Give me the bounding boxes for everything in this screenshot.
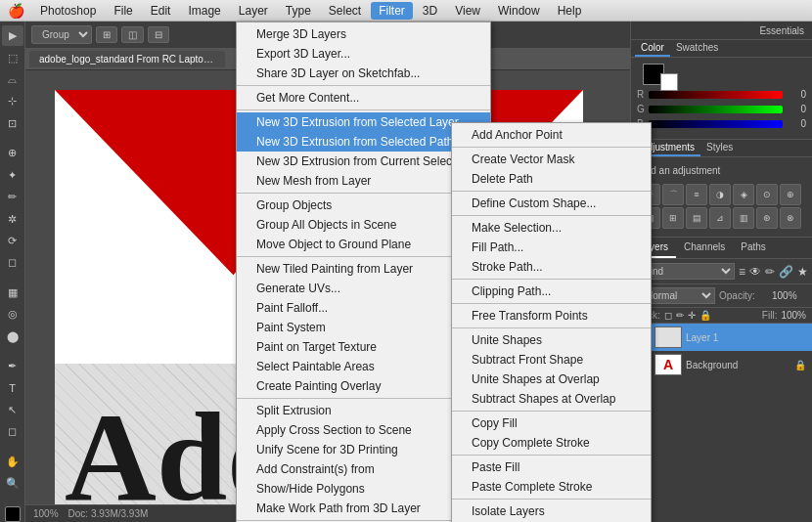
submenu-create-vector-mask[interactable]: Create Vector Mask: [452, 150, 651, 169]
vibrance-adj-icon[interactable]: ◈: [733, 184, 754, 205]
group-select[interactable]: Group: [31, 25, 92, 44]
color-balance-adj-icon[interactable]: ⊕: [780, 184, 801, 205]
submenu-delete-path[interactable]: Delete Path: [452, 169, 651, 189]
menu-help[interactable]: Help: [550, 2, 590, 20]
styles-tab[interactable]: Styles: [700, 140, 739, 156]
channels-tab[interactable]: Channels: [676, 238, 733, 258]
layer-row-1[interactable]: 👁 A Background 🔒: [631, 351, 812, 378]
threshold-adj-icon[interactable]: ⊿: [709, 207, 731, 229]
red-slider-row: R 0: [637, 89, 806, 100]
dodge-tool[interactable]: ⬤: [2, 326, 23, 346]
layer-filter-icon[interactable]: ≡: [739, 265, 745, 279]
menu-file[interactable]: File: [106, 2, 140, 20]
menu-3d[interactable]: 3D: [415, 2, 445, 20]
layer-row-0[interactable]: 👁 Layer 1: [631, 324, 812, 351]
hue-adj-icon[interactable]: ⊙: [756, 184, 778, 205]
submenu-clipping-path[interactable]: Clipping Path...: [452, 282, 651, 301]
gradient-map-adj-icon[interactable]: ▥: [733, 207, 754, 229]
essentials-label: Essentials: [759, 25, 804, 36]
brush-tool[interactable]: ✏: [2, 187, 23, 207]
eyedropper-tool[interactable]: ⊕: [2, 143, 23, 163]
selective-color-adj-icon[interactable]: ⊛: [756, 207, 778, 229]
document-tab[interactable]: adobe_logo_standard From RC Laptop.png @…: [29, 51, 225, 67]
layer-thumb-1: A: [654, 354, 682, 375]
submenu-stroke-path[interactable]: Stroke Path...: [452, 257, 651, 277]
lasso-tool[interactable]: ⌓: [2, 69, 23, 90]
gradient-tool[interactable]: ▦: [2, 283, 23, 303]
green-slider[interactable]: [649, 106, 783, 113]
zoom-tool[interactable]: 🔍: [2, 473, 23, 494]
posterize-adj-icon[interactable]: ▤: [686, 207, 707, 229]
menu-type[interactable]: Type: [278, 2, 319, 20]
submenu-add-anchor-point[interactable]: Add Anchor Point: [452, 125, 651, 145]
marquee-tool[interactable]: ⬚: [2, 47, 23, 67]
lock-all-icon[interactable]: 🔒: [699, 310, 711, 321]
exposure-adj-icon[interactable]: ◑: [709, 184, 731, 205]
submenu-make-selection[interactable]: Make Selection...: [452, 218, 651, 238]
red-value: 0: [787, 89, 806, 100]
submenu-subtract-front-shape[interactable]: Subtract Front Shape: [452, 350, 651, 370]
menu-image[interactable]: Image: [180, 2, 228, 20]
submenu-unite-shapes-at-overlap[interactable]: Unite Shapes at Overlap: [452, 370, 651, 389]
color-panel-tabs: Color Swatches: [631, 40, 812, 58]
swatches-tab[interactable]: Swatches: [670, 40, 724, 57]
options-icon1[interactable]: ⊞: [96, 26, 117, 43]
submenu-paste-complete-stroke[interactable]: Paste Complete Stroke: [452, 477, 651, 497]
options-icon3[interactable]: ⊟: [148, 26, 169, 43]
menu-export-3d-layer[interactable]: Export 3D Layer...: [237, 44, 490, 64]
menu-select[interactable]: Select: [321, 2, 369, 20]
menu-window[interactable]: Window: [490, 2, 548, 20]
crop-tool[interactable]: ⊡: [2, 113, 23, 134]
menu-photoshop[interactable]: Photoshop: [32, 2, 104, 20]
channel-mixer-adj-icon[interactable]: ⊞: [662, 207, 684, 229]
zoom-display: 100%: [33, 508, 59, 519]
lock-position-icon[interactable]: ✛: [688, 310, 696, 321]
layer-star-filter-icon[interactable]: ★: [797, 265, 808, 279]
clone-tool[interactable]: ✲: [2, 208, 23, 229]
fill-value: 100%: [781, 310, 806, 321]
path-select-tool[interactable]: ↖: [2, 400, 23, 420]
menu-view[interactable]: View: [447, 2, 488, 20]
submenu-isolate-layers[interactable]: Isolate Layers: [452, 501, 651, 521]
layer-link-filter-icon[interactable]: 🔗: [779, 265, 793, 279]
submenu-copy-fill[interactable]: Copy Fill: [452, 413, 651, 433]
lock-image-icon[interactable]: ✏: [676, 310, 684, 321]
submenu-copy-complete-stroke[interactable]: Copy Complete Stroke: [452, 433, 651, 453]
layer-brush-filter-icon[interactable]: ✏: [765, 265, 775, 279]
submenu-subtract-shapes-at-overlap[interactable]: Subtract Shapes at Overlap: [452, 389, 651, 409]
paths-tab[interactable]: Paths: [733, 238, 774, 258]
shape-tool[interactable]: ◻: [2, 421, 23, 442]
heal-tool[interactable]: ✦: [2, 165, 23, 186]
foreground-color[interactable]: [5, 506, 21, 522]
levels-adj-icon[interactable]: ≡: [686, 184, 707, 205]
hand-tool[interactable]: ✋: [2, 451, 23, 471]
type-tool[interactable]: T: [2, 377, 23, 398]
apple-menu[interactable]: 🍎: [8, 3, 24, 19]
eraser-tool[interactable]: ◻: [2, 252, 23, 273]
menu-layer[interactable]: Layer: [231, 2, 276, 20]
submenu-define-custom-shape[interactable]: Define Custom Shape...: [452, 194, 651, 213]
invert-adj-icon[interactable]: ⊗: [780, 207, 801, 229]
magic-wand-tool[interactable]: ⊹: [2, 91, 23, 111]
submenu-unite-shapes[interactable]: Unite Shapes: [452, 330, 651, 350]
curves-adj-icon[interactable]: ⌒: [662, 184, 684, 205]
submenu-fill-path[interactable]: Fill Path...: [452, 238, 651, 257]
submenu-free-transform-points[interactable]: Free Transform Points: [452, 306, 651, 326]
submenu-paste-fill[interactable]: Paste Fill: [452, 457, 651, 477]
menu-filter[interactable]: Filter: [371, 2, 413, 20]
background-color-swatch[interactable]: [660, 73, 678, 91]
pen-tool[interactable]: ✒: [2, 356, 23, 376]
blue-slider[interactable]: [649, 120, 783, 128]
lock-transparent-icon[interactable]: ◻: [664, 310, 672, 321]
options-icon2[interactable]: ◫: [121, 26, 144, 43]
color-tab[interactable]: Color: [635, 40, 670, 57]
menu-edit[interactable]: Edit: [143, 2, 179, 20]
red-slider[interactable]: [649, 91, 783, 99]
move-tool[interactable]: ▶: [2, 25, 23, 46]
menu-merge-3d-layers[interactable]: Merge 3D Layers: [237, 24, 490, 44]
menu-get-more-content[interactable]: Get More Content...: [237, 88, 490, 108]
history-tool[interactable]: ⟳: [2, 231, 23, 251]
menu-share-3d-sketchfab[interactable]: Share 3D Layer on Sketchfab...: [237, 64, 490, 83]
blur-tool[interactable]: ◎: [2, 304, 23, 325]
layer-eye-filter-icon[interactable]: 👁: [749, 265, 761, 279]
